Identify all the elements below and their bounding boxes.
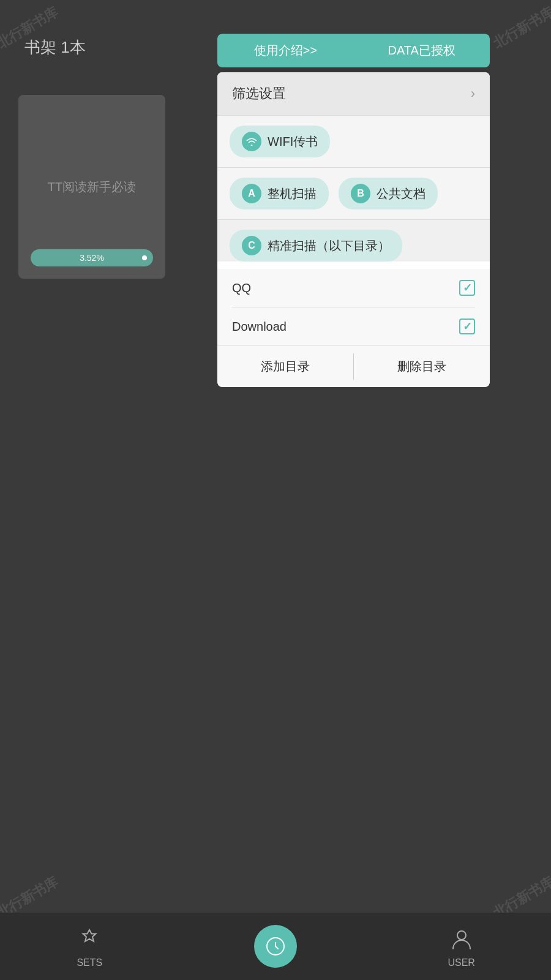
filter-label: 筛选设置 [232, 85, 286, 103]
wifi-row[interactable]: WIFI传书 [217, 116, 490, 168]
panel-overlay: 使用介绍>> DATA已授权 筛选设置 › WIFI传书 [217, 34, 490, 387]
filter-row[interactable]: 筛选设置 › [217, 72, 490, 116]
progress-dot [142, 255, 147, 260]
checkbox-download[interactable] [459, 318, 475, 334]
badge-b: B [351, 184, 370, 203]
wifi-pill[interactable]: WIFI传书 [230, 126, 330, 157]
book-progress-text: 3.52% [80, 253, 104, 263]
shelf-title: 书架 1本 [24, 37, 86, 58]
dir-actions: 添加目录 删除目录 [217, 345, 490, 387]
scan-row: A 整机扫描 B 公共文档 [217, 168, 490, 220]
scan-b-pill[interactable]: B 公共文档 [339, 178, 438, 209]
sets-icon [75, 924, 104, 954]
user-icon [447, 924, 476, 954]
scan-b-label: 公共文档 [377, 186, 425, 202]
dir-name-download: Download [232, 320, 287, 334]
wifi-label: WIFI传书 [268, 134, 318, 150]
directory-list: QQ Download [217, 269, 490, 345]
book-progress-bar: 3.52% [31, 249, 153, 266]
sets-label: SETS [77, 957, 102, 968]
top-buttons-row: 使用介绍>> DATA已授权 [217, 34, 490, 67]
wifi-icon [242, 132, 261, 151]
intro-button[interactable]: 使用介绍>> [217, 34, 354, 67]
bottom-nav: SETS USER [0, 913, 551, 980]
center-icon [254, 925, 297, 968]
dir-item-download[interactable]: Download [232, 307, 475, 345]
nav-center[interactable] [254, 925, 297, 968]
nav-sets[interactable]: SETS [75, 924, 104, 968]
dir-item-qq[interactable]: QQ [232, 269, 475, 307]
badge-a: A [242, 184, 261, 203]
badge-c: C [242, 236, 261, 255]
scan-a-pill[interactable]: A 整机扫描 [230, 178, 329, 209]
scan-a-label: 整机扫描 [268, 186, 317, 202]
dir-name-qq: QQ [232, 281, 251, 295]
precise-header: C 精准扫描（以下目录） [230, 230, 478, 262]
checkbox-qq[interactable] [459, 280, 475, 296]
svg-point-1 [457, 931, 466, 940]
precise-label: 精准扫描（以下目录） [268, 238, 390, 254]
chevron-right-icon: › [471, 86, 475, 102]
precise-section: C 精准扫描（以下目录） [217, 220, 490, 262]
user-label: USER [448, 957, 474, 968]
dropdown-panel: 筛选设置 › WIFI传书 A 整机扫描 [217, 72, 490, 387]
add-directory-button[interactable]: 添加目录 [217, 346, 353, 387]
delete-directory-button[interactable]: 删除目录 [354, 346, 490, 387]
book-card[interactable]: TT阅读新手必读 3.52% [18, 95, 165, 279]
data-button[interactable]: DATA已授权 [354, 34, 490, 67]
nav-user[interactable]: USER [447, 924, 476, 968]
precise-pill[interactable]: C 精准扫描（以下目录） [230, 230, 402, 262]
book-title: TT阅读新手必读 [42, 173, 142, 202]
